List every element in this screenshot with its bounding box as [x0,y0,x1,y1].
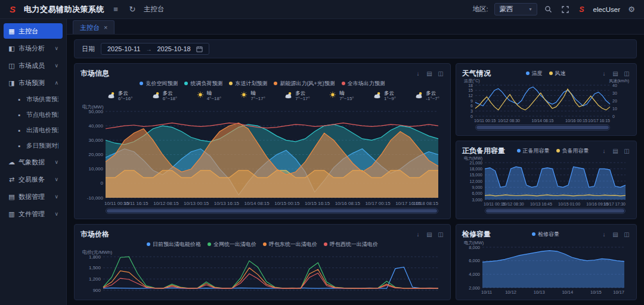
legend-item[interactable]: 温度 [526,70,543,77]
svg-text:10/12 08:30: 10/12 08:30 [498,119,520,123]
weather-condition: 多云 [426,91,439,97]
sidebar-item-console[interactable]: ▦主控台 [4,23,63,39]
svg-text:18: 18 [468,83,473,88]
legend-item[interactable]: 正备用容量 [517,147,550,155]
weather-chart[interactable]: 0369121518010203040温度(°C)风速(km/h)10/11 0… [462,78,630,123]
panel-reserve: 正负备用容量 正备用容量负备用容量 ↓▤◫ 3,0006,0009,00012,… [456,141,637,219]
date-start[interactable]: 2025-10-11 [107,45,140,52]
panel-market-info: 市场信息 ↓▤◫ 竞价空间预测统调负荷预测东送计划预测新能源出力(风+光)预测全… [74,63,451,219]
svg-text:900: 900 [93,288,101,293]
sidebar-subitem-node-price-forecast[interactable]: ▪节点电价预测 [4,108,63,122]
panel-title: 天气情况 [462,69,491,79]
sidebar-item-label: 主控台 [18,27,58,36]
download-icon[interactable]: ↓ [414,231,422,238]
legend-item[interactable]: 东送计划预测 [229,80,267,88]
svg-text:10/18 08:15: 10/18 08:15 [413,201,439,206]
breadcrumb[interactable]: 主控台 [144,5,165,14]
chart-toggle-icon[interactable]: ◫ [437,231,444,238]
download-icon[interactable]: ↓ [600,70,608,77]
svg-text:3,000: 3,000 [472,198,482,202]
cloud-sun-icon [284,91,293,101]
close-icon[interactable]: × [104,24,107,31]
maintenance-capacity-chart[interactable]: 2,0004,0006,0008,000电力(MW)10/1110/1210/1… [462,239,630,295]
data-view-icon[interactable]: ▤ [426,231,433,238]
legend-marker [517,149,521,152]
legend-item[interactable]: 竞价空间预测 [140,80,178,88]
tab-console[interactable]: 主控台 × [73,20,114,34]
legend-marker [263,242,267,246]
date-end[interactable]: 2025-10-18 [157,45,190,52]
chevron-down-icon: ∨ [54,211,58,217]
data-view-icon[interactable]: ▤ [612,70,619,77]
sidebar-item-market-members[interactable]: ◫市场成员∨ [4,58,63,73]
market-info-chart[interactable]: -10,000010,00020,00030,00040,00050,000电力… [80,103,444,206]
chart-toggle-icon[interactable]: ◫ [437,70,444,77]
sidebar-item-weather-data[interactable]: ☁气象数据∨ [4,154,63,170]
sidebar-item-data-management[interactable]: ▤数据管理∨ [4,189,63,204]
sidebar-item-trade-services[interactable]: ⇄交易服务∨ [4,172,63,187]
download-icon[interactable]: ↓ [600,231,608,238]
app-body: ▦主控台◧市场分析∨◫市场成员∨◨市场预测∧▪市场供需预测▪节点电价预测▪出清电… [0,19,644,305]
bar-chart-icon: ▪ [16,127,23,134]
app-title: 电力交易辅助决策系统 [24,4,104,15]
svg-text:-10,000: -10,000 [87,195,104,201]
svg-text:6: 6 [470,104,473,108]
data-view-icon[interactable]: ▤ [426,70,433,77]
sidebar-item-file-management[interactable]: ▥文件管理∨ [4,206,63,222]
legend-item[interactable]: 呼包东统一出清电价 [263,241,317,248]
download-icon[interactable]: ↓ [414,70,422,77]
download-icon[interactable]: ↓ [600,148,608,154]
sidebar-subitem-supply-demand-forecast[interactable]: ▪市场供需预测 [4,92,63,106]
refresh-icon[interactable]: ↻ [127,4,138,15]
svg-text:10/15: 10/15 [590,290,602,295]
sidebar-subitem-multiday-forecast-compare[interactable]: ▪多日预测对比 [4,139,63,152]
market-price-chart[interactable]: 9001,2001,5001,800电价(元/MWh) [80,248,444,295]
svg-text:10/16 08:15: 10/16 08:15 [335,201,361,206]
chart-toggle-icon[interactable]: ◫ [623,231,630,238]
datazoom-handle[interactable] [476,126,609,129]
region-select[interactable]: 蒙西 ▾ [494,3,537,15]
reserve-capacity-chart[interactable]: 3,0006,0009,00012,00015,00018,00021,000电… [462,155,630,207]
chart-toggle-icon[interactable]: ◫ [623,148,630,154]
page-content: 日期 2025-10-11 → 2025-10-18 市场信息 [67,35,644,305]
weather-day-text: 多云-1°~7° [426,91,439,102]
datazoom-handle[interactable] [107,209,437,213]
svg-text:10: 10 [612,107,617,111]
datazoom-slider[interactable] [106,208,438,214]
legend-item[interactable]: 负备用容量 [556,147,589,155]
data-view-icon[interactable]: ▤ [612,231,619,238]
weather-day-item: 晴7°~15° [329,91,354,102]
datazoom-slider[interactable] [475,125,610,130]
sidebar-item-label: 文件管理 [18,210,51,219]
chevron-up-icon: ∧ [54,80,58,86]
panel-toolbox: ↓▤◫ [414,231,444,238]
app-logo: S [7,4,18,15]
sidebar-item-market-analysis[interactable]: ◧市场分析∨ [4,41,63,56]
legend-item[interactable]: 呼包西统一出清电价 [324,241,378,248]
svg-text:10/16 00:15: 10/16 00:15 [565,119,587,123]
legend-item[interactable]: 日前预出清电能价格 [147,241,201,248]
legend-item[interactable]: 全市场出力预测 [342,80,385,88]
search-icon[interactable] [543,4,554,15]
sidebar-subitem-clearing-price-forecast[interactable]: ▪出清电价预测 [4,123,63,137]
date-range-picker[interactable]: 2025-10-11 → 2025-10-18 [101,43,209,55]
legend-item[interactable]: 新能源出力(风+光)预测 [274,80,335,88]
chart-toggle-icon[interactable]: ◫ [623,70,630,77]
weather-temp-range: 6°~16° [118,96,132,101]
panel-title: 正负备用容量 [462,146,505,156]
svg-text:电力(MW): 电力(MW) [464,156,482,161]
sidebar-item-market-forecast[interactable]: ◨市场预测∧ [4,75,63,91]
menu-icon[interactable]: ≡ [110,4,121,15]
weather-day-text: 多云6°~18° [163,91,177,102]
svg-text:10/12 08:30: 10/12 08:30 [502,202,524,206]
legend-item[interactable]: 风速 [549,70,566,77]
legend-item[interactable]: 统调负荷预测 [184,80,222,88]
fullscreen-icon[interactable] [560,4,571,15]
legend-item[interactable]: 全网统一出清电价 [208,241,256,248]
legend-label: 东送计划预测 [235,80,267,88]
datazoom-handle[interactable] [486,209,624,213]
data-view-icon[interactable]: ▤ [612,148,619,154]
settings-gear-icon[interactable]: ⚙ [626,4,637,15]
legend-item[interactable]: 检修容量 [532,231,559,238]
datazoom-slider[interactable] [485,208,626,214]
